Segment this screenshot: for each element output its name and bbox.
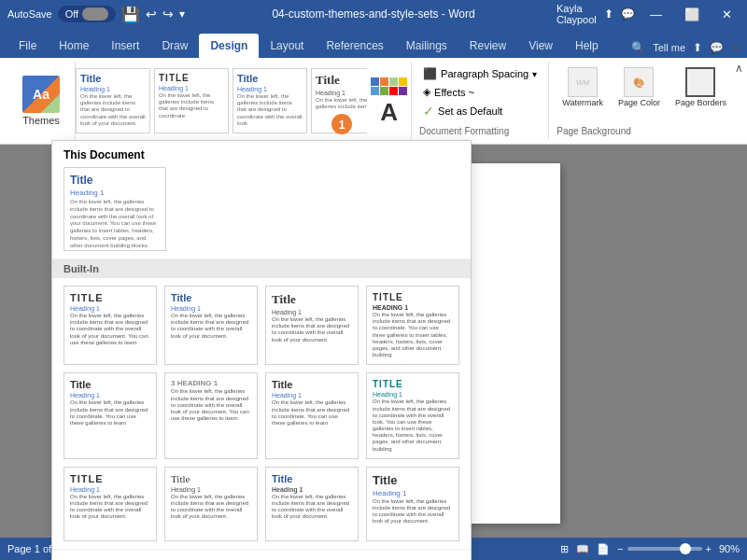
watermark-label: Watermark [562, 98, 603, 107]
zoom-slider-container: − + [617, 543, 712, 554]
restore-button[interactable]: ⬜ [677, 6, 707, 23]
page-borders-button[interactable]: Page Borders [669, 65, 732, 109]
effects-label: Effects ~ [434, 87, 474, 98]
user-name: Kayla Claypool [557, 3, 597, 25]
tab-help[interactable]: Help [564, 34, 610, 58]
dropdown-footer: ... 2 Reset to the Default Style Set Sav… [52, 549, 471, 560]
this-document-section: This Document Title Heading 1 On the low… [52, 141, 471, 259]
builtin-item-7[interactable]: Title Heading 1 On the lower left, the g… [265, 372, 359, 459]
redo-icon[interactable]: ↪ [162, 7, 174, 21]
style-set-dropdown: This Document Title Heading 1 On the low… [51, 140, 472, 560]
ribbon-collapse-arrow[interactable]: ∧ [735, 62, 743, 75]
title-bar-left: AutoSave Off 💾 ↩ ↪ ▾ [7, 6, 190, 23]
tab-view[interactable]: View [517, 34, 564, 58]
share-icon[interactable]: ⬆ [604, 7, 613, 21]
builtin-item-5[interactable]: Title Heading 1 On the lower left, the g… [63, 372, 157, 459]
toggle-off-icon[interactable] [82, 7, 108, 21]
themes-group: Aa Themes [7, 62, 76, 140]
undo-icon[interactable]: ↩ [146, 7, 157, 21]
paragraph-spacing-dropdown-icon: ▾ [532, 69, 537, 79]
customize-icon[interactable]: ▾ [179, 7, 185, 21]
themes-icon: Aa [22, 76, 60, 113]
print-view-icon[interactable]: 📄 [597, 543, 610, 555]
builtin-item-3[interactable]: Title Heading 1 On the lower left, the g… [265, 286, 359, 365]
title-bar-right: Kayla Claypool ⬆ 💬 — ⬜ ✕ [557, 3, 740, 25]
style-thumb-1[interactable]: Title Heading 1 On the lower left, the g… [76, 68, 150, 133]
builtin-item-12[interactable]: Title Heading 1 On the lower left, the g… [366, 467, 459, 541]
ribbon-tab-right: 🔍 Tell me ⬆ 💬 ∧ [631, 41, 740, 58]
page-borders-icon [685, 67, 715, 97]
zoom-plus-button[interactable]: + [706, 543, 712, 554]
tell-me-label[interactable]: Tell me [653, 42, 685, 53]
tab-insert[interactable]: Insert [100, 34, 150, 58]
tab-design[interactable]: Design [199, 34, 259, 58]
preview-heading: Heading 1 [70, 189, 160, 197]
tab-draw[interactable]: Draw [150, 34, 199, 58]
watermark-icon: WM [568, 67, 598, 97]
builtin-grid: TITLE Heading 1 On the lower left, the g… [52, 278, 471, 549]
page-background-group: WM Watermark 🎨 Page Color Page Borders P… [549, 62, 740, 140]
tab-file[interactable]: File [7, 34, 48, 58]
share-ribbon-icon[interactable]: ⬆ [693, 41, 702, 54]
comments-icon[interactable]: 💬 [621, 7, 635, 21]
ribbon-collapse-btn[interactable]: ∧ [731, 41, 740, 54]
paragraph-spacing-icon: ⬛ [423, 67, 437, 80]
tab-references[interactable]: References [315, 34, 394, 58]
search-icon[interactable]: 🔍 [631, 41, 645, 54]
tab-mailings[interactable]: Mailings [395, 34, 458, 58]
builtin-item-6[interactable]: 3 HEADING 1 On the lower left, the galle… [164, 372, 258, 459]
builtin-section-title: Built-In [52, 259, 471, 278]
tab-layout[interactable]: Layout [259, 34, 315, 58]
builtin-item-4[interactable]: TITLE HEADING 1 On the lower left, the g… [366, 286, 459, 365]
paragraph-spacing-label: Paragraph Spacing [441, 68, 529, 79]
save-icon[interactable]: 💾 [121, 6, 140, 23]
themes-button[interactable]: Aa Themes [15, 72, 67, 130]
watermark-button[interactable]: WM Watermark [557, 65, 609, 109]
effects-button[interactable]: ◈ Effects ~ [419, 84, 541, 100]
autosave-label: AutoSave [7, 8, 52, 20]
this-document-title: This Document [63, 148, 459, 161]
builtin-item-9[interactable]: TITLE Heading 1 On the lower left, the g… [63, 467, 157, 541]
builtin-item-10[interactable]: Title Heading 1 On the lower left, the g… [164, 467, 258, 541]
status-bar-right: ⊞ 📖 📄 − + 90% [560, 543, 740, 555]
layout-view-icon[interactable]: ⊞ [560, 543, 569, 555]
set-default-button[interactable]: ✓ Set as Default [419, 102, 541, 120]
page-bg-label: Page Background [557, 122, 732, 136]
style-thumb-2[interactable]: TITLE Heading 1 On the lower left, the g… [154, 68, 229, 133]
read-view-icon[interactable]: 📖 [576, 543, 589, 555]
window-title: 04-custom-themes-and-style-sets - Word [190, 7, 557, 21]
zoom-thumb [680, 543, 691, 554]
ribbon-tab-bar: File Home Insert Draw Design Layout Refe… [0, 28, 747, 58]
ribbon: Aa Themes Title Heading 1 On the lower l… [0, 58, 747, 145]
page-color-icon: 🎨 [624, 67, 654, 97]
comments-ribbon-icon[interactable]: 💬 [710, 41, 724, 54]
builtin-item-11[interactable]: Title Heading 1 On the lower left, the g… [265, 467, 359, 541]
this-document-preview-area: Title Heading 1 On the lower left, the g… [63, 167, 459, 251]
builtin-item-2[interactable]: Title Heading 1 On the lower left, the g… [164, 286, 258, 365]
callout-1: 1 [331, 114, 352, 134]
zoom-level[interactable]: 90% [719, 543, 740, 554]
document-formatting-group: ⬛ Paragraph Spacing ▾ ◈ Effects ~ ✓ Set … [412, 62, 549, 140]
themes-label: Themes [22, 115, 60, 126]
style-thumb-3[interactable]: Title Heading 1 On the lower left, the g… [233, 68, 307, 133]
paragraph-spacing-button[interactable]: ⬛ Paragraph Spacing ▾ [419, 65, 541, 82]
tab-review[interactable]: Review [458, 34, 517, 58]
doc-formatting-label: Document Formatting [419, 122, 541, 136]
preview-body: On the lower left, the galleries include… [70, 199, 160, 250]
builtin-item-1[interactable]: TITLE Heading 1 On the lower left, the g… [63, 286, 157, 365]
tab-home[interactable]: Home [48, 34, 100, 58]
autosave-state: Off [65, 8, 78, 20]
autosave-toggle[interactable]: Off [58, 6, 116, 22]
page-color-button[interactable]: 🎨 Page Color [613, 65, 666, 109]
callout-1-container: 1 [331, 114, 352, 134]
builtin-item-8[interactable]: TITLE Heading 1 On the lower left, the g… [366, 372, 459, 459]
minimize-button[interactable]: — [642, 6, 669, 23]
big-a-button[interactable]: A [380, 100, 398, 124]
effects-icon: ◈ [423, 86, 430, 98]
zoom-minus-button[interactable]: − [617, 543, 623, 554]
set-default-label: Set as Default [438, 105, 502, 117]
close-button[interactable]: ✕ [714, 6, 740, 23]
this-doc-preview[interactable]: Title Heading 1 On the lower left, the g… [63, 167, 166, 251]
zoom-slider[interactable] [627, 547, 702, 551]
checkmark-icon: ✓ [423, 104, 434, 119]
